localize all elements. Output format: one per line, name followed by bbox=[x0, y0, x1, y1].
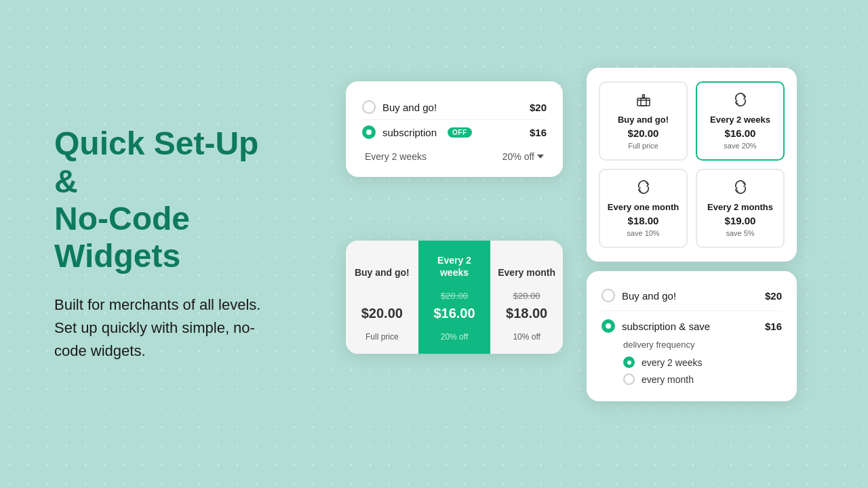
radio-price-2: $16 bbox=[530, 127, 547, 138]
card1-title: Buy and go! bbox=[618, 115, 669, 125]
grid-card-2[interactable]: Every 2 weeks $16.00 save 20% bbox=[696, 81, 785, 161]
card3-title: Every one month bbox=[608, 202, 679, 212]
col2-desc: 20% off bbox=[441, 332, 468, 342]
card2-price: $16.00 bbox=[725, 127, 756, 139]
freq-sub-label: delivery frequency bbox=[601, 340, 782, 350]
sub-option-circle-1[interactable] bbox=[623, 357, 635, 368]
card4-price: $19.00 bbox=[725, 215, 756, 226]
widget-radio-list: Buy and go! $20 subscription OFF $16 Eve… bbox=[346, 81, 563, 177]
sub-option-2[interactable]: every month bbox=[623, 371, 782, 388]
sync-icon-4 bbox=[733, 180, 748, 198]
widget-table: Buy and go! $20.00 Full price Every 2 we… bbox=[346, 241, 563, 354]
subscription-badge: OFF bbox=[448, 127, 472, 138]
table-col-2[interactable]: Every 2 weeks $20.00 $16.00 20% off bbox=[418, 241, 491, 354]
col2-price: $16.00 bbox=[433, 306, 475, 321]
freq-discount: 20% off bbox=[502, 151, 534, 162]
radio-price-1: $20 bbox=[530, 102, 547, 113]
widget-sub-radio: Buy and go! $20 subscription & save $16 … bbox=[587, 271, 797, 401]
col3-old-price: $20.00 bbox=[513, 291, 540, 303]
sub-option-label-2: every month bbox=[642, 374, 694, 385]
svg-rect-1 bbox=[641, 98, 646, 106]
card3-sub: save 10% bbox=[627, 229, 659, 237]
radio-circle-2[interactable] bbox=[362, 125, 376, 139]
card3-price: $18.00 bbox=[628, 215, 659, 226]
radio-circle-1[interactable] bbox=[362, 100, 376, 114]
radio-label-1: Buy and go! bbox=[382, 102, 437, 113]
card1-price: $20.00 bbox=[628, 127, 659, 139]
radio-row-1[interactable]: Buy and go! $20 bbox=[362, 95, 547, 119]
col3-header: Every month bbox=[498, 253, 555, 279]
page-wrapper: Quick Set-Up & No-Code Widgets Built for… bbox=[0, 0, 868, 488]
gift-icon bbox=[636, 92, 651, 110]
chevron-down-icon bbox=[537, 155, 544, 159]
sync-icon-3 bbox=[636, 180, 651, 198]
sub-radio-label-1: Buy and go! bbox=[622, 290, 676, 302]
frequency-row[interactable]: Every 2 weeks 20% off bbox=[362, 144, 547, 163]
sub-option-label-1: every 2 weeks bbox=[642, 357, 702, 368]
sub-radio-circle-1[interactable] bbox=[601, 289, 615, 302]
title-line1: Quick Set-Up & bbox=[54, 125, 258, 199]
divider-1 bbox=[601, 310, 782, 311]
sync-icon-2 bbox=[733, 92, 748, 110]
grid-cards-container: Buy and go! $20.00 Full price Every bbox=[599, 81, 785, 248]
left-section: Quick Set-Up & No-Code Widgets Built for… bbox=[0, 84, 326, 403]
title-line2: No-Code Widgets bbox=[54, 201, 190, 274]
table-col-1[interactable]: Buy and go! $20.00 Full price bbox=[346, 241, 418, 354]
col3-price: $18.00 bbox=[506, 306, 547, 321]
sub-radio-price-2: $16 bbox=[765, 321, 782, 332]
col2-header: Every 2 weeks bbox=[425, 253, 484, 279]
sub-option-1[interactable]: every 2 weeks bbox=[623, 354, 782, 371]
sub-options: every 2 weeks every month bbox=[601, 354, 782, 388]
card4-sub: save 5% bbox=[726, 229, 754, 237]
col1-header: Buy and go! bbox=[355, 253, 410, 279]
widget-grid-cards: Buy and go! $20.00 Full price Every bbox=[587, 68, 797, 262]
grid-card-4[interactable]: Every 2 months $19.00 save 5% bbox=[696, 169, 785, 248]
sub-option-circle-2[interactable] bbox=[623, 373, 635, 385]
col2-old-price: $20.00 bbox=[441, 291, 468, 303]
table-grid: Buy and go! $20.00 Full price Every 2 we… bbox=[346, 241, 563, 354]
radio-row-2[interactable]: subscription OFF $16 bbox=[362, 119, 547, 144]
card2-sub: save 20% bbox=[724, 142, 756, 150]
subtitle: Built for merchants of all levels. Set u… bbox=[54, 293, 285, 363]
right-section: Buy and go! $20 subscription OFF $16 Eve… bbox=[326, 0, 868, 488]
sub-radio-price-1: $20 bbox=[765, 290, 782, 302]
radio-label-2: subscription bbox=[382, 127, 437, 138]
table-col-3[interactable]: Every month $20.00 $18.00 10% off bbox=[490, 241, 563, 354]
svg-rect-0 bbox=[637, 98, 650, 106]
sub-radio-label-2: subscription & save bbox=[622, 321, 710, 332]
card2-title: Every 2 weeks bbox=[710, 115, 770, 125]
sub-radio-row-1[interactable]: Buy and go! $20 bbox=[601, 285, 782, 306]
grid-card-1[interactable]: Buy and go! $20.00 Full price bbox=[599, 81, 688, 161]
sub-radio-circle-2[interactable] bbox=[601, 319, 615, 333]
col1-desc: Full price bbox=[366, 332, 399, 342]
main-title: Quick Set-Up & No-Code Widgets bbox=[54, 125, 285, 274]
card1-sub: Full price bbox=[628, 142, 658, 150]
freq-right[interactable]: 20% off bbox=[502, 151, 544, 162]
col1-price: $20.00 bbox=[361, 306, 403, 321]
card4-title: Every 2 months bbox=[707, 202, 773, 212]
col3-desc: 10% off bbox=[513, 332, 540, 342]
grid-card-3[interactable]: Every one month $18.00 save 10% bbox=[599, 169, 688, 248]
sub-radio-row-2[interactable]: subscription & save $16 bbox=[601, 315, 782, 337]
freq-label: Every 2 weeks bbox=[365, 151, 427, 162]
